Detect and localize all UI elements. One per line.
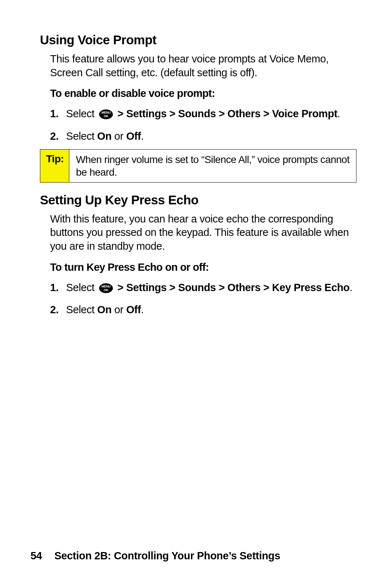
gt: > bbox=[167, 282, 178, 293]
nav-settings: Settings bbox=[126, 282, 167, 293]
nav-voice-prompt: Voice Prompt bbox=[272, 108, 338, 119]
subheading-key-press-echo: To turn Key Press Echo on or off: bbox=[50, 261, 356, 273]
nav-sounds: Sounds bbox=[178, 108, 216, 119]
nav-sounds: Sounds bbox=[178, 282, 216, 293]
option-off: Off bbox=[126, 304, 141, 315]
svg-text:MENU: MENU bbox=[101, 111, 110, 114]
heading-key-press-echo: Setting Up Key Press Echo bbox=[40, 193, 356, 207]
step-key-press-echo-1: Select MENUOK > Settings > Sounds > Othe… bbox=[50, 281, 356, 297]
gt: > bbox=[216, 108, 228, 119]
gt: > bbox=[261, 108, 272, 119]
page-number: 54 bbox=[30, 550, 42, 562]
nav-others: Others bbox=[228, 108, 261, 119]
gt: > bbox=[261, 282, 272, 293]
gt: > bbox=[167, 108, 178, 119]
gt: > bbox=[115, 282, 126, 293]
step-text: Select bbox=[66, 108, 97, 119]
svg-text:OK: OK bbox=[104, 288, 109, 292]
section-label: Section 2B: Controlling Your Phone’s Set… bbox=[54, 550, 280, 562]
option-off: Off bbox=[126, 130, 141, 142]
nav-others: Others bbox=[228, 282, 261, 293]
step-text: Select bbox=[66, 130, 97, 142]
svg-text:OK: OK bbox=[104, 114, 109, 118]
period: . bbox=[141, 304, 144, 315]
menu-ok-icon: MENUOK bbox=[99, 283, 113, 297]
tip-box: Tip: When ringer volume is set to “Silen… bbox=[40, 149, 356, 183]
period: . bbox=[338, 108, 340, 119]
nav-key-press-echo: Key Press Echo bbox=[272, 282, 350, 293]
step-key-press-echo-2: Select On or Off. bbox=[50, 303, 356, 317]
tip-content: When ringer volume is set to “Silence Al… bbox=[69, 150, 356, 182]
svg-text:MENU: MENU bbox=[101, 284, 110, 288]
manual-page: Using Voice Prompt This feature allows y… bbox=[0, 0, 392, 588]
steps-voice-prompt: Select MENUOK > Settings > Sounds > Othe… bbox=[50, 107, 356, 143]
intro-key-press-echo: With this feature, you can hear a voice … bbox=[50, 212, 356, 253]
step-voice-prompt-1: Select MENUOK > Settings > Sounds > Othe… bbox=[50, 107, 356, 123]
tip-label: Tip: bbox=[40, 150, 69, 182]
or: or bbox=[111, 130, 126, 142]
heading-using-voice-prompt: Using Voice Prompt bbox=[40, 33, 356, 47]
menu-ok-icon: MENUOK bbox=[99, 109, 113, 123]
option-on: On bbox=[97, 130, 111, 142]
gt: > bbox=[216, 282, 228, 293]
period: . bbox=[350, 282, 352, 293]
step-text: Select bbox=[66, 282, 97, 293]
period: . bbox=[141, 130, 144, 142]
gt: > bbox=[115, 108, 126, 119]
page-footer: 54Section 2B: Controlling Your Phone’s S… bbox=[30, 550, 280, 562]
steps-key-press-echo: Select MENUOK > Settings > Sounds > Othe… bbox=[50, 281, 356, 317]
step-text: Select bbox=[66, 304, 97, 315]
subheading-enable-voice-prompt: To enable or disable voice prompt: bbox=[50, 87, 356, 99]
intro-voice-prompt: This feature allows you to hear voice pr… bbox=[50, 52, 356, 79]
option-on: On bbox=[97, 304, 111, 315]
or: or bbox=[111, 304, 126, 315]
step-voice-prompt-2: Select On or Off. bbox=[50, 129, 356, 143]
nav-settings: Settings bbox=[126, 108, 167, 119]
